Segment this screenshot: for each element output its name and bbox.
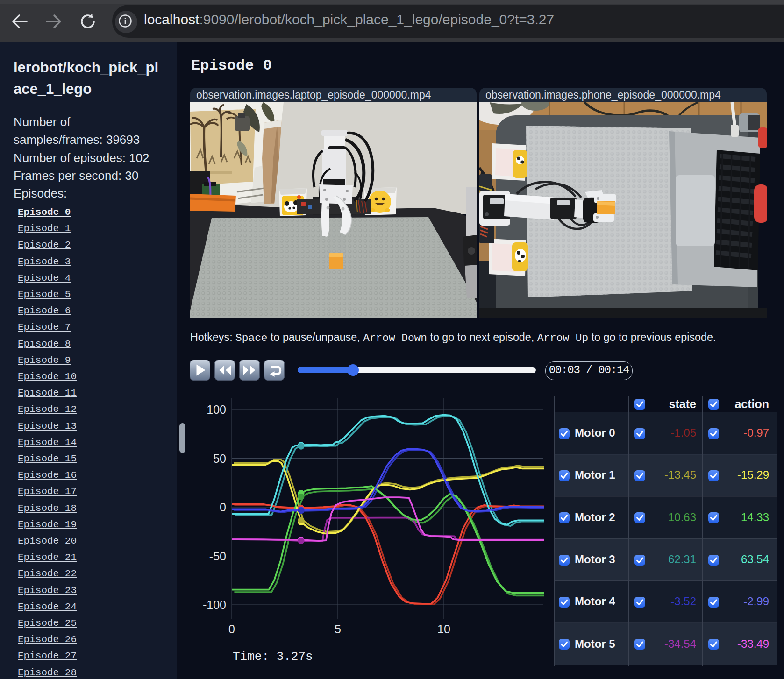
svg-text:50: 50 — [213, 452, 226, 465]
svg-text:0: 0 — [228, 622, 235, 636]
svg-text:-50: -50 — [209, 550, 226, 563]
svg-text:10: 10 — [437, 622, 450, 636]
svg-text:Time: 3.27s: Time: 3.27s — [233, 650, 313, 664]
svg-text:5: 5 — [335, 622, 341, 636]
svg-text:100: 100 — [207, 403, 226, 416]
svg-text:-100: -100 — [203, 598, 226, 611]
svg-text:0: 0 — [220, 501, 226, 514]
